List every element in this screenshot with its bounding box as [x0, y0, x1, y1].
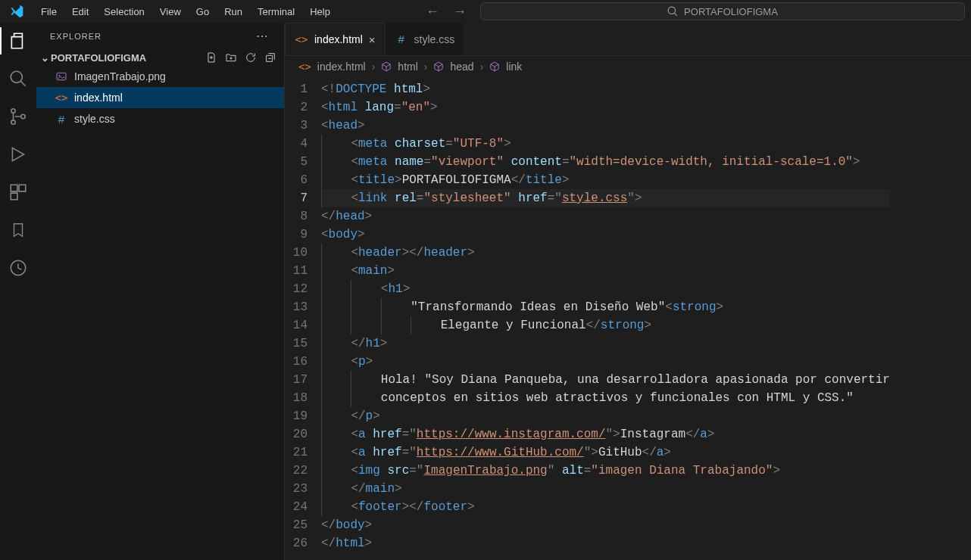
html-icon: <> [55, 92, 68, 104]
menu-terminal[interactable]: Terminal [250, 3, 302, 20]
file-ImagenTrabajo.png[interactable]: ImagenTrabajo.png [36, 66, 284, 87]
new-folder-icon[interactable] [225, 51, 237, 64]
sidebar-title: EXPLORER [50, 32, 101, 41]
breadcrumbs[interactable]: <>index.html›html›head›link [285, 56, 971, 77]
command-center[interactable]: PORTAFOLIOFIGMA [480, 2, 965, 20]
breadcrumb-part[interactable]: html [398, 61, 417, 73]
menu-edit[interactable]: Edit [64, 3, 96, 20]
editor-area: <>index.html×#style.css <>index.html›htm… [285, 23, 971, 560]
search-icon [667, 6, 678, 17]
command-center-text: PORTAFOLIOFIGMA [684, 6, 778, 17]
svg-point-3 [21, 114, 25, 118]
tab-label: style.css [414, 33, 455, 45]
tab-style.css[interactable]: #style.css [386, 23, 465, 55]
tab-index.html[interactable]: <>index.html× [285, 23, 386, 55]
menubar: FileEditSelectionViewGoRunTerminalHelp ←… [0, 0, 971, 23]
tab-label: index.html [314, 33, 363, 45]
search-icon[interactable] [8, 68, 29, 89]
image-icon [55, 70, 68, 82]
code-editor[interactable]: 1234567891011121314151617181920212223242… [285, 77, 971, 552]
breadcrumb-part[interactable]: head [450, 61, 473, 73]
sidebar-header: EXPLORER ⋯ [36, 23, 284, 49]
timeline-icon[interactable] [8, 257, 29, 278]
folder-name: PORTAFOLIOFIGMA [51, 52, 146, 64]
breadcrumb-part[interactable]: link [506, 61, 522, 73]
menu-selection[interactable]: Selection [96, 3, 151, 20]
source-control-icon[interactable] [8, 106, 29, 127]
extensions-icon[interactable] [8, 182, 29, 203]
refresh-icon[interactable] [245, 51, 257, 64]
chevron-down-icon: ⌄ [41, 52, 49, 64]
explorer-icon[interactable] [8, 30, 29, 51]
css-icon: # [395, 33, 408, 45]
breadcrumb-part[interactable]: index.html [317, 61, 366, 73]
line-gutter: 1234567891011121314151617181920212223242… [285, 77, 321, 552]
activity-bar [0, 23, 36, 560]
file-label: index.html [74, 92, 123, 104]
file-index.html[interactable]: <>index.html [36, 87, 284, 108]
vscode-logo-icon [6, 1, 27, 22]
close-icon[interactable]: × [369, 33, 376, 46]
file-style.css[interactable]: #style.css [36, 108, 284, 129]
menu-view[interactable]: View [152, 3, 189, 20]
tab-bar: <>index.html×#style.css [285, 23, 971, 56]
collapse-all-icon[interactable] [264, 51, 276, 64]
svg-point-6 [58, 75, 60, 76]
svg-point-1 [11, 109, 15, 113]
html-icon: <> [295, 33, 308, 45]
menu-help[interactable]: Help [302, 3, 338, 20]
code-content[interactable]: <!DOCTYPE html><html lang="en"><head> <m… [321, 77, 890, 552]
bookmark-icon[interactable] [8, 219, 29, 241]
file-label: style.css [74, 113, 115, 125]
svg-point-0 [11, 71, 22, 82]
sidebar: EXPLORER ⋯ ⌄ PORTAFOLIOFIGMA ImagenTraba… [36, 23, 285, 560]
html-file-icon: <> [298, 61, 311, 73]
nav-forward-icon[interactable]: → [453, 4, 467, 20]
run-debug-icon[interactable] [8, 144, 29, 165]
nav-back-icon[interactable]: ← [426, 4, 439, 20]
menu-file[interactable]: File [33, 3, 64, 20]
sidebar-more-icon[interactable]: ⋯ [256, 29, 269, 43]
new-file-icon[interactable] [205, 51, 217, 64]
cube-icon [489, 61, 500, 72]
menu-run[interactable]: Run [217, 3, 250, 20]
cube-icon [381, 61, 392, 72]
folder-row[interactable]: ⌄ PORTAFOLIOFIGMA [36, 49, 284, 66]
menu-go[interactable]: Go [189, 3, 217, 20]
cube-icon [433, 61, 444, 72]
svg-point-2 [11, 120, 15, 124]
css-icon: # [55, 113, 68, 126]
file-label: ImagenTrabajo.png [74, 70, 166, 82]
